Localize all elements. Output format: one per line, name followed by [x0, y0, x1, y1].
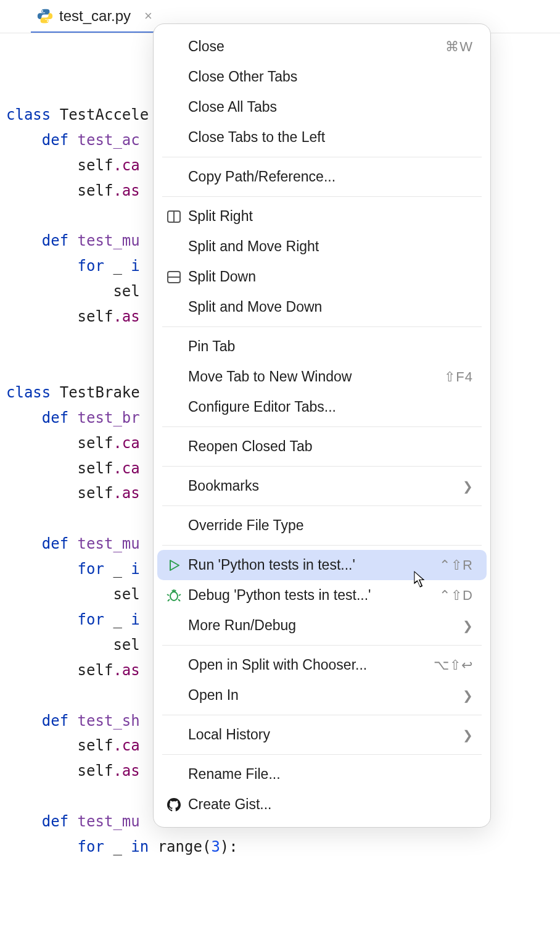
chevron-right-icon: ❯ — [463, 688, 473, 703]
split-right-icon — [166, 209, 182, 225]
menu-item-close-all-tabs[interactable]: Close All Tabs — [157, 92, 487, 122]
menu-item-label: More Run/Debug — [188, 617, 463, 634]
menu-item-copy-path-reference[interactable]: Copy Path/Reference... — [157, 162, 487, 192]
menu-item-label: Close — [188, 38, 445, 55]
menu-separator — [162, 545, 482, 546]
tab-filename: test_car.py — [59, 7, 131, 25]
python-file-icon — [37, 8, 53, 24]
menu-item-label: Override File Type — [188, 517, 473, 534]
menu-item-debug-python-tests-in-test[interactable]: Debug 'Python tests in test...'⌃⇧D — [157, 580, 487, 610]
editor-tab[interactable]: test_car.py × — [31, 0, 163, 33]
menu-item-override-file-type[interactable]: Override File Type — [157, 510, 487, 541]
menu-item-label: Local History — [188, 726, 463, 743]
menu-item-split-down[interactable]: Split Down — [157, 262, 487, 292]
menu-item-configure-editor-tabs[interactable]: Configure Editor Tabs... — [157, 392, 487, 422]
menu-item-open-in-split-with-chooser[interactable]: Open in Split with Chooser...⌥⇧↩ — [157, 650, 487, 680]
svg-line-8 — [167, 594, 169, 596]
svg-point-1 — [47, 20, 48, 21]
menu-separator — [162, 754, 482, 755]
menu-shortcut: ⌃⇧R — [439, 557, 473, 573]
chevron-right-icon: ❯ — [463, 728, 473, 742]
svg-line-9 — [179, 594, 181, 596]
menu-item-bookmarks[interactable]: Bookmarks❯ — [157, 471, 487, 501]
menu-item-label: Bookmarks — [188, 478, 463, 494]
menu-item-close[interactable]: Close⌘W — [157, 31, 487, 62]
menu-item-run-python-tests-in-test[interactable]: Run 'Python tests in test...'⌃⇧R — [157, 550, 487, 580]
menu-item-label: Reopen Closed Tab — [188, 438, 473, 455]
menu-item-label: Open in Split with Chooser... — [188, 657, 434, 673]
menu-item-close-tabs-to-the-left[interactable]: Close Tabs to the Left — [157, 122, 487, 152]
menu-item-label: Move Tab to New Window — [188, 368, 444, 385]
menu-item-label: Rename File... — [188, 766, 473, 783]
tab-context-menu: Close⌘WClose Other TabsClose All TabsClo… — [153, 23, 491, 828]
menu-item-label: Open In — [188, 687, 463, 704]
menu-item-split-and-move-right[interactable]: Split and Move Right — [157, 231, 487, 262]
chevron-right-icon: ❯ — [463, 479, 473, 494]
menu-item-label: Close All Tabs — [188, 99, 473, 115]
close-icon[interactable]: × — [144, 9, 152, 23]
menu-separator — [162, 196, 482, 197]
menu-item-label: Configure Editor Tabs... — [188, 399, 473, 415]
menu-item-move-tab-to-new-window[interactable]: Move Tab to New Window⇧F4 — [157, 362, 487, 392]
menu-shortcut: ⌥⇧↩ — [434, 657, 473, 673]
menu-item-create-gist[interactable]: Create Gist... — [157, 789, 487, 820]
menu-item-local-history[interactable]: Local History❯ — [157, 720, 487, 750]
menu-item-pin-tab[interactable]: Pin Tab — [157, 331, 487, 362]
menu-item-label: Split Right — [188, 208, 473, 225]
menu-item-open-in[interactable]: Open In❯ — [157, 680, 487, 710]
run-icon — [166, 557, 182, 573]
svg-point-6 — [170, 592, 178, 601]
svg-line-10 — [168, 599, 170, 601]
chevron-right-icon: ❯ — [463, 618, 473, 633]
menu-item-label: Run 'Python tests in test...' — [188, 557, 439, 573]
menu-item-more-run-debug[interactable]: More Run/Debug❯ — [157, 610, 487, 641]
split-down-icon — [166, 269, 182, 285]
debug-icon — [166, 588, 182, 604]
menu-separator — [162, 326, 482, 327]
menu-shortcut: ⇧F4 — [444, 369, 473, 385]
menu-separator — [162, 715, 482, 715]
svg-line-11 — [178, 599, 180, 601]
menu-item-label: Close Tabs to the Left — [188, 129, 473, 146]
menu-item-label: Create Gist... — [188, 796, 473, 813]
menu-separator — [162, 157, 482, 157]
menu-separator — [162, 645, 482, 646]
menu-item-label: Split and Move Right — [188, 238, 473, 255]
menu-item-reopen-closed-tab[interactable]: Reopen Closed Tab — [157, 431, 487, 462]
menu-separator — [162, 505, 482, 506]
menu-item-split-right[interactable]: Split Right — [157, 201, 487, 231]
github-icon — [166, 797, 182, 813]
menu-item-label: Debug 'Python tests in test...' — [188, 587, 439, 604]
menu-item-label: Close Other Tabs — [188, 69, 473, 85]
menu-item-rename-file[interactable]: Rename File... — [157, 759, 487, 789]
menu-item-close-other-tabs[interactable]: Close Other Tabs — [157, 62, 487, 92]
menu-item-label: Copy Path/Reference... — [188, 168, 473, 185]
svg-line-12 — [172, 590, 173, 592]
menu-item-label: Pin Tab — [188, 338, 473, 355]
menu-item-label: Split Down — [188, 268, 473, 285]
svg-line-13 — [175, 590, 176, 592]
menu-item-label: Split and Move Down — [188, 299, 473, 315]
menu-separator — [162, 426, 482, 427]
menu-shortcut: ⌘W — [445, 39, 473, 55]
menu-separator — [162, 466, 482, 467]
menu-item-split-and-move-down[interactable]: Split and Move Down — [157, 292, 487, 322]
menu-shortcut: ⌃⇧D — [439, 588, 473, 604]
svg-point-0 — [42, 10, 43, 11]
